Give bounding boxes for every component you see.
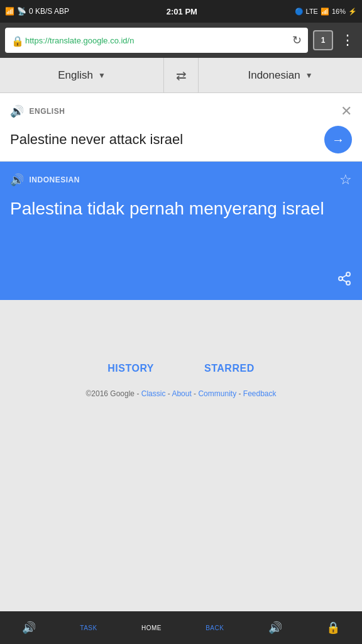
svg-line-3 xyxy=(343,280,347,282)
bluetooth-icon: 🔵 xyxy=(295,8,304,16)
clear-text-button[interactable]: ✕ xyxy=(341,103,352,119)
lte-text: LTE xyxy=(306,8,318,15)
source-lang-text: ENGLISH xyxy=(30,107,65,116)
result-lang-label: 🔊 INDONESIAN xyxy=(10,173,80,187)
translate-button[interactable]: → xyxy=(324,126,352,153)
task-button[interactable]: TASK xyxy=(80,625,97,631)
sound-right-button[interactable]: 🔊 xyxy=(268,621,282,635)
sound-left-button[interactable]: 🔊 xyxy=(22,621,36,635)
result-lang-text: INDONESIAN xyxy=(30,175,80,184)
refresh-button[interactable]: ↻ xyxy=(292,33,302,47)
source-speaker-icon[interactable]: 🔊 xyxy=(10,104,25,118)
star-favorite-button[interactable]: ☆ xyxy=(339,172,352,188)
language-selector: English ▼ ⇄ Indonesian ▼ xyxy=(0,58,362,93)
sound-left-icon: 🔊 xyxy=(22,621,36,635)
home-button[interactable]: HOME xyxy=(141,625,162,631)
task-label: TASK xyxy=(80,625,97,631)
swap-icon: ⇄ xyxy=(176,68,187,83)
swap-languages-button[interactable]: ⇄ xyxy=(163,58,199,92)
back-button[interactable]: BACK xyxy=(206,625,224,631)
target-language-chevron: ▼ xyxy=(305,71,313,80)
browser-menu-button[interactable]: ⋮ xyxy=(338,30,357,51)
source-language-label: English xyxy=(58,69,93,82)
url-text: https://translate.google.co.id/n xyxy=(25,36,288,45)
copyright-text: ©2016 Google xyxy=(85,389,134,398)
lock-nav-icon: 🔒 xyxy=(326,621,340,635)
status-time: 2:01 PM xyxy=(167,7,197,16)
tab-count-button[interactable]: 1 xyxy=(313,30,333,50)
footer: ©2016 Google - Classic - About - Communi… xyxy=(85,389,276,398)
translate-arrow-icon: → xyxy=(332,133,344,147)
battery-text: 16% xyxy=(332,8,346,15)
result-header: 🔊 INDONESIAN ☆ xyxy=(10,172,352,188)
content-area: HISTORY STARRED ©2016 Google - Classic -… xyxy=(0,300,362,611)
source-language-chevron: ▼ xyxy=(98,71,106,80)
url-bar[interactable]: 🔒 https://translate.google.co.id/n ↻ xyxy=(5,28,308,53)
share-button[interactable] xyxy=(337,271,352,290)
history-starred: HISTORY STARRED xyxy=(107,363,254,374)
source-row: Palestine never attack israel → xyxy=(10,126,352,153)
source-input-text[interactable]: Palestine never attack israel xyxy=(10,131,324,149)
translated-text: Palestina tidak pernah menyerang israel xyxy=(10,197,352,221)
result-speaker-icon[interactable]: 🔊 xyxy=(10,173,25,187)
signal-icon: 📶 xyxy=(5,7,14,16)
result-section: 🔊 INDONESIAN ☆ Palestina tidak pernah me… xyxy=(0,162,362,300)
feedback-link[interactable]: Feedback xyxy=(243,389,277,398)
status-left: 📶 📡 0 KB/S ABP xyxy=(5,7,69,16)
source-header: 🔊 ENGLISH ✕ xyxy=(10,103,352,119)
status-left-text: 0 KB/S ABP xyxy=(29,7,69,16)
lock-nav-button[interactable]: 🔒 xyxy=(326,621,340,635)
back-label: BACK xyxy=(206,625,224,631)
footer-separator-1: - xyxy=(136,389,141,398)
lock-icon: 🔒 xyxy=(11,35,21,45)
source-section: 🔊 ENGLISH ✕ Palestine never attack israe… xyxy=(0,93,362,162)
community-link[interactable]: Community xyxy=(198,389,236,398)
starred-button[interactable]: STARRED xyxy=(204,363,255,374)
source-language-button[interactable]: English ▼ xyxy=(0,58,163,92)
home-label: HOME xyxy=(141,625,162,631)
history-button[interactable]: HISTORY xyxy=(107,363,154,374)
classic-link[interactable]: Classic xyxy=(141,389,166,398)
about-link[interactable]: About xyxy=(172,389,191,398)
wifi-icon: 📡 xyxy=(17,7,26,16)
target-language-button[interactable]: Indonesian ▼ xyxy=(199,58,362,92)
bottom-navigation: 🔊 TASK HOME BACK 🔊 🔒 xyxy=(0,611,362,644)
signal-strength-icon: 📶 xyxy=(321,8,329,16)
footer-separator-4: - xyxy=(238,389,243,398)
status-right: 🔵 LTE 📶 16% ⚡ xyxy=(295,8,357,16)
status-bar: 📶 📡 0 KB/S ABP 2:01 PM 🔵 LTE 📶 16% ⚡ xyxy=(0,0,362,23)
battery-icon: ⚡ xyxy=(348,8,357,16)
sound-right-icon: 🔊 xyxy=(268,621,282,635)
svg-line-4 xyxy=(343,275,347,278)
browser-chrome: 🔒 https://translate.google.co.id/n ↻ 1 ⋮ xyxy=(0,23,362,58)
target-language-label: Indonesian xyxy=(248,69,300,82)
source-lang-label: 🔊 ENGLISH xyxy=(10,104,65,118)
